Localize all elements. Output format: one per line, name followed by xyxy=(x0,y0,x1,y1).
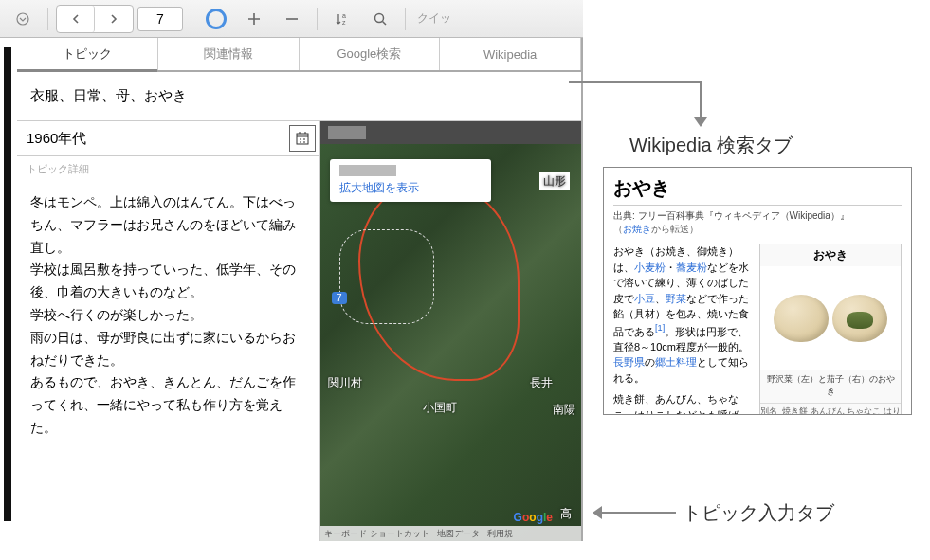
detail-label: トピック詳細 xyxy=(17,156,319,182)
wiki-body: おやき（お焼き、御焼き）は、小麦粉・蕎麦粉などを水で溶いて練り、薄くのばした皮で… xyxy=(613,244,902,415)
record-button[interactable] xyxy=(199,6,233,32)
map-label-taka: 高 xyxy=(560,506,572,522)
map-label-yamagata: 山形 xyxy=(539,172,570,190)
wiki-link[interactable]: 野菜 xyxy=(666,293,686,304)
detail-pane: トピック詳細 冬はモンペ。上は綿入のはんてん。下はべっちん、マフラーはお兄さんの… xyxy=(17,121,320,541)
map-footer-shortcut[interactable]: キーボード ショートカット xyxy=(324,528,429,540)
calendar-icon xyxy=(296,132,309,145)
wiki-infobox: おやき 野沢菜（左）と茄子（右）のおやき 別名 焼き餅 あんびん ちゃなこ はり xyxy=(759,244,902,415)
minus-icon xyxy=(284,11,300,27)
map-label-nanyou: 南陽 xyxy=(553,402,575,418)
map-footer-mapdata[interactable]: 地図データ xyxy=(437,528,480,540)
divider xyxy=(47,8,48,30)
map-info-card: 拡大地図を表示 xyxy=(330,159,491,202)
add-button[interactable] xyxy=(237,6,271,32)
plus-icon xyxy=(246,11,262,27)
chevron-right-icon xyxy=(108,13,119,25)
map-header-placeholder xyxy=(328,126,366,139)
map-border xyxy=(339,229,434,324)
detail-body[interactable]: 冬はモンペ。上は綿入のはんてん。下はべっちん、マフラーはお兄さんのをほどいて編み… xyxy=(17,182,319,449)
forward-button[interactable] xyxy=(95,6,133,32)
map-route-badge: 7 xyxy=(332,292,347,304)
divider xyxy=(191,8,191,30)
oyaki-cut-illustration xyxy=(832,295,887,342)
wiki-ref[interactable]: [1] xyxy=(655,323,665,333)
svg-point-0 xyxy=(17,13,28,25)
topic-keywords: 衣服、日常、母、おやき xyxy=(17,72,581,120)
map-footer: キーボード ショートカット 地図データ 利用規 xyxy=(320,526,581,541)
wiki-subtitle: 出典: フリー百科事典『ウィキペディア（Wikipedia）』 xyxy=(613,209,902,223)
nav-group xyxy=(56,5,134,33)
map-label-nagai: 長井 xyxy=(530,375,553,391)
calendar-button[interactable] xyxy=(289,125,316,152)
back-button[interactable] xyxy=(57,6,95,32)
google-logo: Google xyxy=(514,511,553,524)
tab-label: トピック xyxy=(63,45,112,63)
main-area: トピック 関連情報 Google検索 Wikipedia 衣服、日常、母、おやき… xyxy=(0,38,583,541)
chevron-left-icon xyxy=(70,13,82,25)
toolbar: az クイッ xyxy=(0,0,583,38)
wiki-title: おやき xyxy=(613,175,902,206)
wiki-image xyxy=(760,266,901,370)
page-number-input[interactable] xyxy=(137,7,183,31)
tab-related[interactable]: 関連情報 xyxy=(158,38,300,70)
svg-rect-4 xyxy=(297,134,308,144)
circle-icon xyxy=(206,9,227,29)
map-pane[interactable]: 拡大地図を表示 山形 7 長井 小国町 関川村 南陽 高 Google キーボー… xyxy=(320,121,581,541)
wiki-link[interactable]: 蕎麦粉 xyxy=(676,262,707,273)
tab-wikipedia[interactable]: Wikipedia xyxy=(440,38,581,70)
annotation-topic-tab: トピック入力タブ xyxy=(683,500,834,526)
wiki-text: おやき（お焼き、御焼き）は、小麦粉・蕎麦粉などを水で溶いて練り、薄くのばした皮で… xyxy=(613,244,752,415)
tab-bar: トピック 関連情報 Google検索 Wikipedia xyxy=(17,38,581,72)
remove-button[interactable] xyxy=(275,6,309,32)
map-terrain xyxy=(320,144,581,541)
tab-label: 関連情報 xyxy=(204,45,253,63)
year-row xyxy=(17,121,319,156)
arrow-line xyxy=(602,512,676,514)
wiki-link[interactable]: 小麦粉 xyxy=(634,262,666,273)
annotation-wiki-tab: Wikipedia 検索タブ xyxy=(629,133,793,158)
map-label-oguni: 小国町 xyxy=(423,400,457,416)
wiki-redirect-link[interactable]: お焼き xyxy=(623,224,651,234)
quick-label: クイッ xyxy=(417,10,451,27)
map-enlarge-link[interactable]: 拡大地図を表示 xyxy=(339,181,419,194)
tab-google[interactable]: Google検索 xyxy=(300,38,441,70)
svg-point-3 xyxy=(375,13,384,22)
arrow-line xyxy=(700,81,702,119)
map-footer-terms[interactable]: 利用規 xyxy=(487,528,513,540)
map-header xyxy=(320,121,581,144)
left-stripe xyxy=(0,38,17,541)
arrow-line xyxy=(569,81,702,83)
search-button[interactable] xyxy=(363,6,397,32)
year-input[interactable] xyxy=(17,125,285,153)
wiki-bottom-row: 別名 焼き餅 あんびん ちゃなこ はり xyxy=(760,403,901,415)
wiki-text-row2: 焼き餅、あんびん、ちゃなこ、はりこしなどとも呼ば xyxy=(613,391,752,415)
map-label-sekikawa: 関川村 xyxy=(328,375,362,391)
sort-az-icon: az xyxy=(335,11,350,27)
tab-topic[interactable]: トピック xyxy=(17,38,158,70)
chevron-down-icon xyxy=(16,12,29,26)
tab-label: Google検索 xyxy=(337,45,401,63)
wiki-link[interactable]: 郷土料理 xyxy=(655,356,697,368)
wiki-link[interactable]: 長野県 xyxy=(613,356,645,368)
wiki-caption: 野沢菜（左）と茄子（右）のおやき xyxy=(760,370,901,401)
tab-label: Wikipedia xyxy=(483,47,537,62)
map-card-placeholder xyxy=(339,165,396,176)
divider xyxy=(405,8,406,30)
wiki-redirect: （お焼きから転送） xyxy=(613,223,902,236)
sort-button[interactable]: az xyxy=(325,6,359,32)
arrow-head-down xyxy=(694,117,707,127)
wikipedia-panel: おやき 出典: フリー百科事典『ウィキペディア（Wikipedia）』 （お焼き… xyxy=(603,167,912,415)
search-icon xyxy=(373,11,388,27)
wiki-infobox-title: おやき xyxy=(760,244,901,266)
divider xyxy=(317,8,318,30)
arrow-head-left xyxy=(593,506,602,519)
content: トピック 関連情報 Google検索 Wikipedia 衣服、日常、母、おやき… xyxy=(17,38,581,541)
lower-panes: トピック詳細 冬はモンペ。上は綿入のはんてん。下はべっちん、マフラーはお兄さんの… xyxy=(17,120,581,541)
dropdown-button[interactable] xyxy=(6,6,40,32)
oyaki-illustration xyxy=(774,295,829,342)
wiki-link[interactable]: 小豆 xyxy=(634,293,655,304)
svg-text:a: a xyxy=(342,12,346,19)
svg-text:z: z xyxy=(342,19,346,26)
